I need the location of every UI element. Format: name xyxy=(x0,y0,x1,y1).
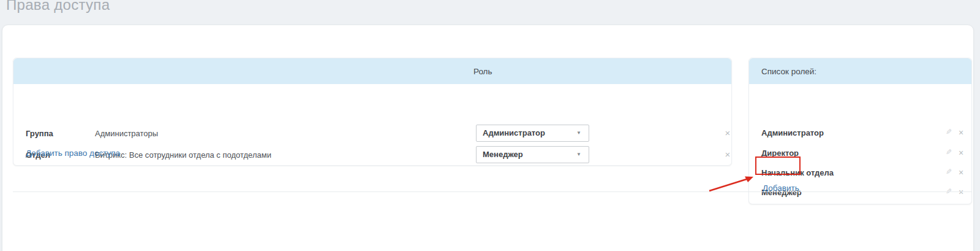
edit-role-icon[interactable]: ✎ xyxy=(944,148,954,159)
role-select[interactable]: Администратор ▼ xyxy=(476,125,589,142)
chevron-down-icon: ▼ xyxy=(576,131,581,136)
delete-role-icon[interactable]: × xyxy=(956,187,966,198)
access-row-entity: Битрикс: Все сотрудники отдела с подотде… xyxy=(95,150,271,160)
content-card: Роль Группа Администраторы Администратор… xyxy=(2,25,974,251)
delete-role-icon[interactable]: × xyxy=(956,168,966,179)
role-select-value: Менеджер xyxy=(483,150,523,159)
roles-list-title: Список ролей: xyxy=(761,67,816,76)
delete-role-icon[interactable]: × xyxy=(956,128,966,139)
role-column-header: Роль xyxy=(473,67,492,76)
remove-access-row-button[interactable]: × xyxy=(722,149,733,160)
role-select[interactable]: Менеджер ▼ xyxy=(476,146,589,163)
divider xyxy=(13,191,972,192)
access-rights-panel: Роль Группа Администраторы Администратор… xyxy=(13,58,732,166)
edit-role-icon[interactable]: ✎ xyxy=(944,187,954,198)
edit-role-icon[interactable]: ✎ xyxy=(944,168,954,179)
add-access-right-link[interactable]: Добавить право доступа xyxy=(26,149,120,158)
role-list-item: Директор ✎ × xyxy=(749,148,971,160)
remove-access-row-button[interactable]: × xyxy=(722,128,733,139)
access-row: Группа Администраторы Администратор ▼ × xyxy=(13,125,731,142)
page-title: Права доступа xyxy=(6,0,110,14)
role-select-value: Администратор xyxy=(483,128,545,137)
role-name: Директор xyxy=(761,149,799,158)
delete-role-icon[interactable]: × xyxy=(956,148,966,159)
role-name: Начальник отдела xyxy=(761,168,834,177)
roles-list-header: Список ролей: xyxy=(749,58,971,84)
access-row-entity: Администраторы xyxy=(95,129,158,138)
role-list-item: Администратор ✎ × xyxy=(749,128,971,140)
role-name: Администратор xyxy=(761,128,824,137)
access-row: Отдел Битрикс: Все сотрудники отдела с п… xyxy=(13,146,731,163)
access-row-type: Группа xyxy=(26,129,53,138)
edit-role-icon[interactable]: ✎ xyxy=(944,128,954,139)
access-rights-header: Роль xyxy=(13,58,731,84)
roles-list-panel: Список ролей: Администратор ✎ × Директор… xyxy=(748,58,972,204)
role-list-item: Начальник отдела ✎ × xyxy=(749,168,971,180)
chevron-down-icon: ▼ xyxy=(576,152,581,157)
